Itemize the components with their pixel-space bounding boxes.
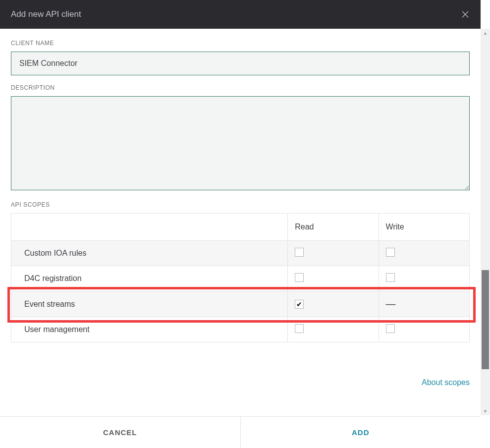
scope-name: D4C registration: [11, 266, 288, 291]
cancel-button[interactable]: CANCEL: [0, 417, 241, 448]
read-checkbox[interactable]: [295, 273, 304, 282]
table-row: D4C registration: [11, 266, 470, 291]
column-header-name: [11, 214, 288, 241]
description-textarea[interactable]: [11, 96, 470, 190]
table-row: User management: [11, 317, 470, 342]
modal-footer: CANCEL ADD: [0, 416, 481, 448]
read-checkbox[interactable]: [295, 248, 304, 257]
api-scopes-label: API SCOPES: [11, 201, 470, 208]
scroll-down-arrow-icon[interactable]: ▼: [481, 407, 490, 415]
modal-body: CLIENT NAME DESCRIPTION API SCOPES Read …: [0, 29, 481, 416]
scope-read-cell: [288, 317, 379, 342]
modal-header: Add new API client: [0, 0, 481, 29]
write-not-available: —: [386, 298, 396, 310]
scope-write-cell: [379, 266, 469, 291]
scroll-up-arrow-icon[interactable]: ▲: [481, 29, 490, 37]
scope-name: Custom IOA rules: [11, 241, 288, 266]
api-scopes-table: Read Write Custom IOA rulesD4C registrat…: [11, 213, 470, 342]
column-header-read: Read: [288, 214, 379, 241]
add-api-client-modal: Add new API client CLIENT NAME DESCRIPTI…: [0, 0, 481, 448]
scope-read-cell: [288, 266, 379, 291]
scroll-thumb[interactable]: [482, 270, 489, 369]
scope-read-cell: [288, 291, 379, 317]
scope-write-cell: [379, 317, 469, 342]
modal-title: Add new API client: [11, 9, 81, 19]
table-row: Custom IOA rules: [11, 241, 470, 266]
close-icon: [461, 10, 470, 19]
write-checkbox[interactable]: [386, 273, 395, 282]
scroll-track[interactable]: [481, 37, 490, 407]
scope-write-cell: [379, 241, 469, 266]
write-checkbox[interactable]: [386, 248, 395, 257]
about-scopes-container: About scopes: [11, 378, 470, 387]
read-checkbox[interactable]: [295, 300, 304, 309]
scope-read-cell: [288, 241, 379, 266]
write-checkbox[interactable]: [386, 324, 395, 333]
scope-write-cell: —: [379, 291, 469, 317]
table-row: Event streams—: [11, 291, 470, 317]
scope-name: User management: [11, 317, 288, 342]
client-name-label: CLIENT NAME: [11, 40, 470, 47]
scope-name: Event streams: [11, 291, 288, 317]
about-scopes-link[interactable]: About scopes: [422, 378, 470, 387]
close-button[interactable]: [461, 10, 470, 19]
add-button[interactable]: ADD: [241, 417, 481, 448]
vertical-scrollbar[interactable]: ▲ ▼: [481, 29, 490, 415]
description-label: DESCRIPTION: [11, 84, 470, 91]
column-header-write: Write: [379, 214, 469, 241]
read-checkbox[interactable]: [295, 324, 304, 333]
client-name-input[interactable]: [11, 52, 470, 75]
